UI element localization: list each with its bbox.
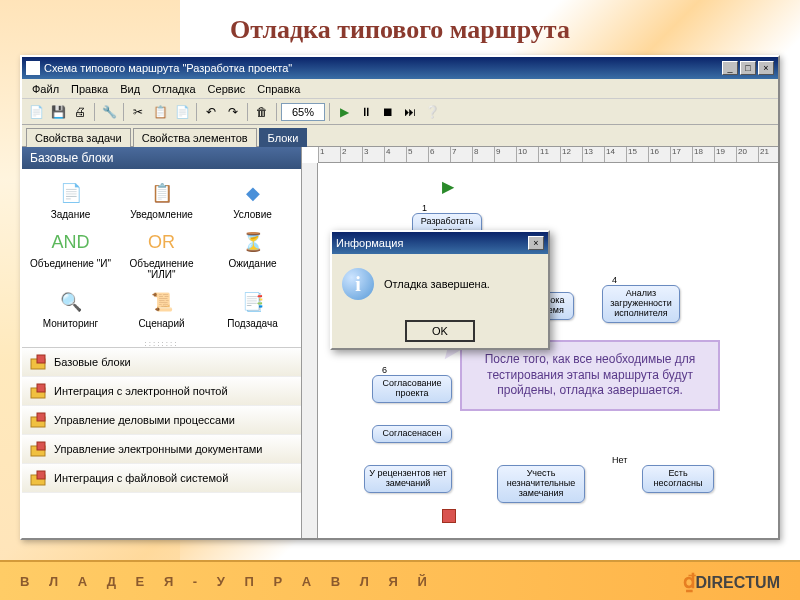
dialog-close-button[interactable]: × bbox=[528, 236, 544, 250]
block-item-0[interactable]: 📄Задание bbox=[26, 177, 115, 222]
palette-header: Базовые блоки bbox=[22, 147, 301, 169]
app-icon bbox=[26, 61, 40, 75]
slide-title: Отладка типового маршрута bbox=[0, 15, 800, 45]
category-item-4[interactable]: Интеграция с файловой системой bbox=[22, 464, 301, 493]
category-item-3[interactable]: Управление электронными документами bbox=[22, 435, 301, 464]
delete-icon[interactable]: 🗑 bbox=[252, 102, 272, 122]
node-disagree[interactable]: Есть несогласны bbox=[642, 465, 714, 493]
svg-rect-3 bbox=[37, 384, 45, 392]
menu-help[interactable]: Справка bbox=[251, 81, 306, 97]
window-title: Схема типового маршрута "Разработка прое… bbox=[44, 62, 292, 74]
callout: После того, как все необходимые для тест… bbox=[460, 340, 720, 411]
node-analysis[interactable]: Анализ загруженности исполнителя bbox=[602, 285, 680, 323]
close-button[interactable]: × bbox=[758, 61, 774, 75]
undo-icon[interactable]: ↶ bbox=[201, 102, 221, 122]
print-icon[interactable]: 🖨 bbox=[70, 102, 90, 122]
block-item-5[interactable]: ⏳Ожидание bbox=[208, 226, 297, 282]
menu-debug[interactable]: Отладка bbox=[146, 81, 201, 97]
tab-task-props[interactable]: Свойства задачи bbox=[26, 128, 131, 147]
tab-element-props[interactable]: Свойства элементов bbox=[133, 128, 257, 147]
flow-label-no: Нет bbox=[612, 455, 627, 465]
zoom-input[interactable] bbox=[281, 103, 325, 121]
block-item-7[interactable]: 📜Сценарий bbox=[117, 286, 206, 331]
dialog-message: Отладка завершена. bbox=[384, 278, 490, 290]
category-item-0[interactable]: Базовые блоки bbox=[22, 348, 301, 377]
block-item-6[interactable]: 🔍Мониторинг bbox=[26, 286, 115, 331]
start-icon[interactable]: ▶ bbox=[442, 177, 454, 196]
run-icon[interactable]: ▶ bbox=[334, 102, 354, 122]
minimize-button[interactable]: _ bbox=[722, 61, 738, 75]
step-icon[interactable]: ⏭ bbox=[400, 102, 420, 122]
footer: В Л А Д Е Я - У П Р А В Л Я Й ₫DIRECTUM bbox=[0, 560, 800, 600]
menu-file[interactable]: Файл bbox=[26, 81, 65, 97]
tagline: В Л А Д Е Я - У П Р А В Л Я Й bbox=[20, 574, 435, 589]
info-icon: i bbox=[342, 268, 374, 300]
node-approval[interactable]: Согласование проекта bbox=[372, 375, 452, 403]
category-item-1[interactable]: Интеграция с электронной почтой bbox=[22, 377, 301, 406]
svg-rect-7 bbox=[37, 442, 45, 450]
maximize-button[interactable]: □ bbox=[740, 61, 756, 75]
svg-rect-5 bbox=[37, 413, 45, 421]
dialog-title: Информация bbox=[336, 237, 403, 249]
menu-edit[interactable]: Правка bbox=[65, 81, 114, 97]
block-item-8[interactable]: 📑Подзадача bbox=[208, 286, 297, 331]
node-number: 1 bbox=[422, 203, 427, 213]
category-item-2[interactable]: Управление деловыми процессами bbox=[22, 406, 301, 435]
redo-icon[interactable]: ↷ bbox=[223, 102, 243, 122]
paste-icon[interactable]: 📄 bbox=[172, 102, 192, 122]
block-item-1[interactable]: 📋Уведомление bbox=[117, 177, 206, 222]
info-dialog: Информация × i Отладка завершена. OK bbox=[330, 230, 550, 350]
ruler-vertical bbox=[302, 163, 318, 538]
sidebar: Базовые блоки 📄Задание📋Уведомление◆Услов… bbox=[22, 147, 302, 538]
resize-grip[interactable]: :::::::: bbox=[22, 339, 301, 347]
stop-icon[interactable]: ⏹ bbox=[378, 102, 398, 122]
menu-view[interactable]: Вид bbox=[114, 81, 146, 97]
menubar: Файл Правка Вид Отладка Сервис Справка bbox=[22, 79, 778, 99]
node-number: 4 bbox=[612, 275, 617, 285]
node-no-comments[interactable]: У рецензентов нет замечаний bbox=[364, 465, 452, 493]
block-item-2[interactable]: ◆Условие bbox=[208, 177, 297, 222]
menu-service[interactable]: Сервис bbox=[202, 81, 252, 97]
node-agreed[interactable]: Согласенасен bbox=[372, 425, 452, 443]
ok-button[interactable]: OK bbox=[405, 320, 475, 342]
node-minor-comments[interactable]: Учесть незначительные замечания bbox=[497, 465, 585, 503]
pause-icon[interactable]: ⏸ bbox=[356, 102, 376, 122]
block-item-4[interactable]: ORОбъединение "ИЛИ" bbox=[117, 226, 206, 282]
svg-rect-9 bbox=[37, 471, 45, 479]
tab-blocks[interactable]: Блоки bbox=[259, 128, 308, 147]
block-item-3[interactable]: ANDОбъединение "И" bbox=[26, 226, 115, 282]
titlebar: Схема типового маршрута "Разработка прое… bbox=[22, 57, 778, 79]
end-icon[interactable] bbox=[442, 509, 456, 523]
node-number: 6 bbox=[382, 365, 387, 375]
logo: ₫DIRECTUM bbox=[683, 569, 780, 593]
copy-icon[interactable]: 📋 bbox=[150, 102, 170, 122]
new-icon[interactable]: 📄 bbox=[26, 102, 46, 122]
help-icon[interactable]: ❔ bbox=[422, 102, 442, 122]
save-icon[interactable]: 💾 bbox=[48, 102, 68, 122]
svg-rect-1 bbox=[37, 355, 45, 363]
props-icon[interactable]: 🔧 bbox=[99, 102, 119, 122]
tabbar: Свойства задачи Свойства элементов Блоки bbox=[22, 125, 778, 147]
cut-icon[interactable]: ✂ bbox=[128, 102, 148, 122]
ruler-horizontal: 12345678910111213141516171819202122 bbox=[318, 147, 778, 163]
toolbar: 📄 💾 🖨 🔧 ✂ 📋 📄 ↶ ↷ 🗑 ▶ ⏸ ⏹ ⏭ ❔ bbox=[22, 99, 778, 125]
